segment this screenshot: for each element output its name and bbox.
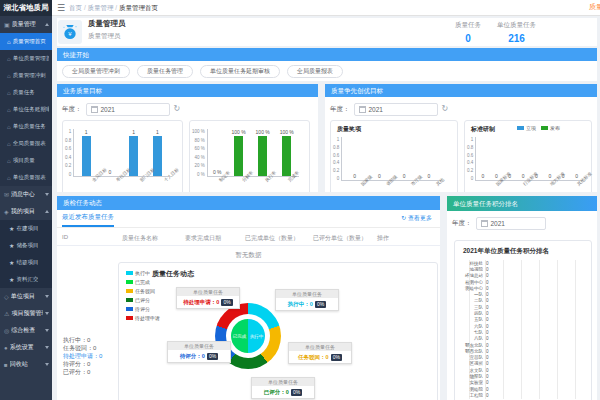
ranking-unit-label: 五队 [457,317,483,322]
counter-value[interactable]: 216 [497,33,536,44]
ranking-unit-label: 检测中心 [457,280,483,285]
column-header: 已完成单位（数量） [245,234,299,243]
bar-value-label: 0 [378,173,381,179]
legend-label: 已评分 [135,297,150,303]
bar-value-label: 0 [548,173,551,179]
year-select[interactable]: 2021 [354,103,438,116]
bar-group: 1 [82,129,91,176]
legend-label: 执行中 [135,270,150,276]
view-more-link[interactable]: ↻ 查看更多 [401,214,432,223]
callout-value: 执行中：0 [288,301,313,308]
legend-label: 立项 [526,125,536,131]
plot-area: 00000000 [475,137,583,181]
sidebar-item-settings[interactable]: ●系统设置 [0,339,52,356]
home-icon: ⌂ [7,107,11,113]
donut-title: 质量任务动态 [152,269,194,279]
counter-value[interactable]: 0 [455,33,481,44]
ranking-unit-label: 宜昌队 [457,355,483,360]
striving-title: 质量争先创优目标 [325,84,597,97]
y-tick: 0.6 [467,153,473,158]
ranking-chart-title: 2021年单位质量任务积分排名 [455,241,591,256]
home-icon: ⌂ [7,56,11,62]
sidebar-item-projects-closed[interactable]: ★结题项目 [0,254,52,271]
business-goal-title: 业务质量目标 [57,84,318,97]
sidebar-item-projects-reserve[interactable]: ★储备项目 [0,237,52,254]
sidebar-item-label: 系统设置 [10,343,34,352]
ranking-value: 0 [486,317,489,322]
sidebar-item-warning-manage[interactable]: ⚠项目预警管理 [0,305,52,322]
home-icon: ⌂ [7,39,11,45]
counter-label: 单位质量任务 [497,21,536,30]
bar [234,136,243,176]
sidebar-item-data-submission[interactable]: ★资料汇交 [0,271,52,288]
refresh-icon[interactable]: ↻ [442,105,449,113]
year-select[interactable]: 2021 [86,103,170,116]
column-header: ID [62,234,68,240]
breadcrumb-item[interactable]: 质量管理 [88,4,114,11]
breadcrumb-item[interactable]: 首页 [69,4,82,11]
callout-body: 待评分：00% [168,350,230,362]
global-quality-sprint-button[interactable]: 全局质量管理冲刺 [62,65,130,78]
chevron-down-icon [45,193,49,196]
y-tick: 1 [69,129,72,134]
x-axis-labels: 制定率分解率执行率完成率 [206,179,298,184]
y-tick: 40 % [195,155,205,160]
sidebar-item-label: 综合检查 [11,326,35,335]
sidebar-item-project-quality[interactable]: ⌂项目质量 [0,152,52,169]
bar-value-label: 0 [495,173,498,179]
ranking-unit-label: 鄂东北队 [457,343,483,348]
legend-item-立项: 立项 [517,125,536,131]
y-tick: 0 [337,176,340,181]
bar-group: 0 [547,137,553,180]
sidebar-item-projects-active[interactable]: ★在建项目 [0,220,52,237]
sidebar-item-global-report[interactable]: ⌂全局质量报表 [0,135,52,152]
column-header: 已评分单位（数量） [313,234,367,243]
sidebar-item-my-projects[interactable]: ◈我的项目 [0,203,52,220]
quickstart-title: 快捷开始 [57,48,597,61]
bar-value-label: 1 [85,129,88,135]
sidebar-item-inspection[interactable]: ◎综合检查 [0,322,52,339]
sidebar-item-quality-task[interactable]: ⌂质量任务 [0,84,52,101]
ranking-value: 0 [486,286,489,291]
x-tick-label: 全局目标 [91,179,94,183]
sidebar-item-label: 项目预警管理 [11,309,43,318]
sidebar-item-unit-quality-home[interactable]: ⌂单位质量管理首页 [0,50,52,67]
sidebar-item-message-center[interactable]: ✉消息中心 [0,186,52,203]
year-select[interactable]: 2021 [476,217,546,230]
ranking-unit-label: 七队 [457,330,483,335]
sidebar-item-label: 单位质量管理首页 [13,55,49,62]
chevron-down-icon [45,295,49,298]
unit-task-delay-review-button[interactable]: 单位质量任务延期审核 [200,65,280,78]
home-icon: ⌂ [7,90,11,96]
bar-group: 0 [520,137,526,180]
hamburger-icon[interactable]: ☰ [57,3,65,13]
stat-待处理申请[interactable]: 待处理申请：0 [63,352,102,360]
callout-header: 单位质量任务 [276,290,338,298]
global-quality-report-button[interactable]: 全局质量报表 [287,65,343,78]
legend-label: 发布 [550,125,560,131]
counter-单位质量任务: 单位质量任务216 [497,21,536,44]
sidebar-item-quality-manage[interactable]: ▣质量管理 [0,16,52,33]
callout-header: 单位质量任务 [168,342,230,350]
bar-group: 0 [480,137,486,180]
calendar-icon [481,220,488,227]
sidebar-item-unit-task-delay[interactable]: ⌂单位任务延期审核 [0,101,52,118]
donut-center: 已完成执行中 [231,319,265,353]
standard-chart-card: 标准研制 立项发布 10.80.60.40.2000000000国家标准行业标准… [464,120,592,192]
callout-header: 单位质量任务 [289,343,351,351]
sidebar-item-unit-report[interactable]: ⌂单位质量报表 [0,169,52,186]
sidebar-item-unit-quality-task[interactable]: ⌂单位质量任务 [0,118,52,135]
tab-recent-tasks[interactable]: 最近发布质量任务 [62,213,114,227]
bar-value-label: 0 [575,173,578,179]
star-icon: ★ [9,277,14,283]
ranking-value: 0 [486,305,489,310]
sidebar-item-quality-sprint[interactable]: ⌂质量管理冲刺 [0,67,52,84]
sidebar-item-quality-home[interactable]: ⌂质量管理首页 [0,33,52,50]
y-tick: 0.2 [467,168,473,173]
bar-value-label: 1 [132,129,135,135]
quality-task-manage-button[interactable]: 质量任务管理 [137,65,193,78]
refresh-icon[interactable]: ↻ [174,105,181,113]
chevron-up-icon [45,23,49,26]
sidebar-item-unit-projects[interactable]: ◇单位项目 [0,288,52,305]
sidebar-item-recycle[interactable]: ■回收站 [0,356,52,373]
